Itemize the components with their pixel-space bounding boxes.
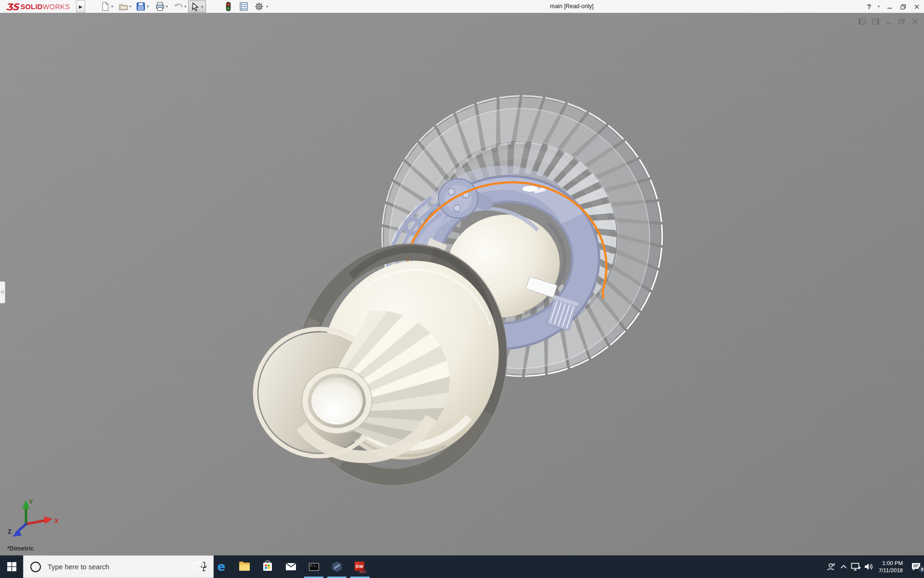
restore-button[interactable] (900, 3, 907, 10)
file-explorer-icon (239, 563, 250, 571)
undo-dropdown-icon[interactable]: ▾ (184, 4, 186, 9)
new-document-button[interactable] (100, 1, 110, 12)
save-document-button[interactable] (136, 1, 146, 12)
store-icon (263, 563, 272, 571)
taskbar-store-button[interactable] (256, 555, 279, 578)
solidworks-logo-mark-icon: ƷS (6, 1, 18, 12)
file-properties-button[interactable] (239, 1, 249, 12)
taskbar-file-explorer-button[interactable] (233, 555, 256, 578)
help-button[interactable]: ? (867, 3, 871, 11)
previous-pane-icon[interactable] (859, 18, 866, 25)
options-dropdown-icon[interactable]: ▾ (266, 4, 268, 9)
clock-date: 7/11/2018 (879, 567, 903, 574)
help-dropdown-icon[interactable]: ▾ (878, 4, 880, 9)
save-dropdown-icon[interactable]: ▾ (147, 4, 149, 9)
system-tray: 1:00 PM 7/11/2018 3 (825, 555, 924, 578)
print-dropdown-icon[interactable]: ▾ (166, 4, 168, 9)
title-bar: ƷS SOLIDWORKS ▶ ▾ ▾ ▾ ▾ ▾ ▾ ▾ main [Read… (0, 0, 924, 13)
solidworks-logo: ƷS SOLIDWORKS (6, 1, 70, 13)
print-document-button[interactable] (155, 1, 165, 12)
start-button[interactable] (0, 555, 23, 578)
doc-minimize-icon[interactable] (886, 18, 892, 25)
search-placeholder: Type here to search (48, 563, 109, 571)
open-document-button[interactable] (118, 1, 128, 12)
options-gear-button[interactable] (254, 1, 264, 12)
hidden-icons-chevron[interactable] (837, 565, 850, 569)
command-prompt-icon: C:\_ (309, 563, 319, 571)
undo-button[interactable] (173, 1, 183, 12)
solidworks-2017-icon: SW 2017 (355, 562, 365, 572)
notification-badge: 3 (918, 565, 924, 573)
document-window-controls (859, 18, 918, 25)
doc-close-icon[interactable] (911, 18, 918, 25)
reference-triad: Y X Z (4, 489, 62, 540)
select-dropdown-icon[interactable]: ▾ (201, 5, 203, 9)
engine-model[interactable] (0, 13, 924, 555)
windows-logo-icon (7, 562, 16, 571)
edge-icon: e (218, 562, 226, 572)
task-view-button[interactable] (187, 555, 210, 578)
open-dropdown-icon[interactable]: ▾ (129, 4, 131, 9)
view-orientation-label: *Dimetric (7, 545, 34, 552)
new-dropdown-icon[interactable]: ▾ (111, 4, 113, 9)
toolbar-flyout-button[interactable]: ▶ (76, 0, 85, 13)
taskbar-edrawings-button[interactable] (325, 555, 348, 578)
cortana-icon (30, 562, 41, 572)
next-pane-icon[interactable] (872, 18, 879, 25)
triad-x-label: X (54, 517, 59, 525)
brand-name-light: WORKS (43, 3, 70, 11)
select-tool-button[interactable]: ▾ (188, 0, 206, 13)
windows-taskbar: Type here to search e C:\_ SW 2017 (0, 555, 924, 578)
doc-restore-icon[interactable] (898, 18, 905, 25)
people-button[interactable] (825, 563, 837, 571)
triad-y-label: Y (29, 498, 33, 505)
rebuild-traffic-light-button[interactable] (223, 1, 233, 12)
taskbar-mail-button[interactable] (279, 555, 302, 578)
action-center-button[interactable]: 3 (908, 562, 924, 571)
network-icon[interactable] (850, 563, 862, 571)
close-button[interactable] (913, 3, 920, 10)
volume-icon[interactable] (862, 563, 875, 571)
taskbar-command-prompt-button[interactable]: C:\_ (302, 555, 325, 578)
clock[interactable]: 1:00 PM 7/11/2018 (879, 560, 903, 574)
window-title: main [Read-only] (550, 3, 594, 10)
taskbar-solidworks-button[interactable]: SW 2017 (348, 555, 372, 578)
clock-time: 1:00 PM (879, 560, 903, 567)
brand-name-bold: SOLID (20, 3, 42, 11)
taskbar-search-input[interactable]: Type here to search (23, 555, 214, 578)
feature-manager-collapsed-tab[interactable] (0, 281, 5, 303)
graphics-viewport[interactable]: Y X Z *Dimetric (0, 13, 924, 555)
edrawings-hexagon-icon (332, 562, 342, 572)
mail-icon (285, 563, 296, 571)
cursor-icon (191, 2, 200, 12)
taskbar-edge-button[interactable]: e (210, 555, 233, 578)
splitter-dot-icon (1, 290, 4, 293)
minimize-button[interactable] (886, 3, 893, 10)
triad-z-label: Z (8, 528, 12, 535)
